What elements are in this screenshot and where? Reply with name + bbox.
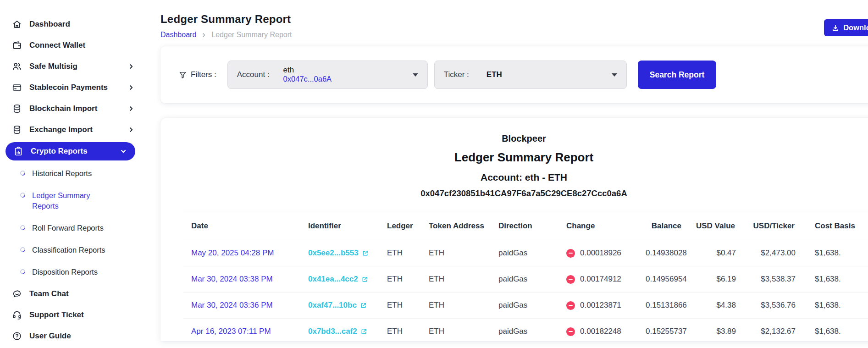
- account-dropdown-value: eth 0x047c...0a6A: [283, 66, 332, 84]
- dropdown-caret-icon: [413, 73, 418, 77]
- sidebar-item-user-guide[interactable]: User Guide: [0, 326, 146, 347]
- identifier-text: 0x5ee2...b553: [308, 249, 359, 258]
- sidebar-subitem-historical-reports[interactable]: Historical Reports: [0, 162, 146, 184]
- cell-date[interactable]: May 20, 2025 04:28 PM: [183, 240, 300, 266]
- database-icon: [12, 104, 22, 114]
- cell-token-address: ETH: [421, 319, 491, 341]
- ring-icon: [19, 192, 26, 199]
- account-address: 0x047c...0a6A: [283, 75, 332, 83]
- filter-bar: Filters : Account : eth 0x047c...0a6A Ti…: [160, 46, 868, 103]
- cell-balance: 0.14956954: [646, 266, 682, 292]
- sidebar-subitem-ledger-summary-reports[interactable]: Ledger Summary Reports: [0, 184, 146, 217]
- sidebar-subitem-label: Historical Reports: [32, 168, 92, 178]
- sidebar: Dashboard Connect Wallet Safe Multisig S…: [0, 0, 146, 348]
- ticker-dropdown-label: Ticker :: [444, 70, 469, 79]
- users-icon: [12, 61, 22, 72]
- sidebar-subitem-label: Roll Forward Reports: [32, 223, 104, 233]
- external-link-icon: [360, 302, 367, 309]
- sidebar-item-label: Safe Multisig: [29, 62, 77, 71]
- sidebar-item-connect-wallet[interactable]: Connect Wallet: [0, 35, 146, 56]
- account-dropdown[interactable]: Account : eth 0x047c...0a6A: [227, 61, 428, 89]
- chevron-right-icon: [127, 63, 135, 70]
- sidebar-item-label: Support Ticket: [29, 310, 84, 320]
- sidebar-subitem-roll-forward-reports[interactable]: Roll Forward Reports: [0, 217, 146, 239]
- external-link-icon: [360, 328, 367, 335]
- change-value: 0.00182248: [580, 327, 621, 336]
- cell-date[interactable]: Apr 16, 2023 07:11 PM: [183, 319, 300, 341]
- identifier-text: 0x41ea...4cc2: [308, 275, 358, 284]
- report-brand: Blockpeer: [160, 133, 868, 144]
- download-button-label: Download: [843, 23, 868, 32]
- cell-usd-ticker: $3,536.76: [736, 293, 796, 318]
- sidebar-item-label: Connect Wallet: [29, 41, 85, 50]
- change-value: 0.00018926: [580, 249, 621, 258]
- change-value: 0.00123871: [580, 301, 621, 310]
- cell-usd-value: $3.89: [682, 319, 736, 341]
- identifier-text: 0xaf47...10bc: [308, 301, 357, 310]
- cell-direction: paidGas: [491, 319, 558, 341]
- cell-token-address: ETH: [421, 240, 491, 266]
- minus-circle-icon: [566, 275, 575, 284]
- report-account-line: Account: eth - ETH: [160, 172, 868, 183]
- cell-identifier-link[interactable]: 0x7bd3...caf2: [300, 319, 379, 341]
- cell-date[interactable]: Mar 30, 2024 03:36 PM: [183, 293, 300, 318]
- breadcrumb-link-dashboard[interactable]: Dashboard: [160, 31, 196, 39]
- cell-usd-value: $4.38: [682, 293, 736, 318]
- sidebar-subitem-disposition-reports[interactable]: Disposition Reports: [0, 261, 146, 283]
- funnel-icon: [179, 71, 187, 79]
- table-row: Mar 30, 2024 03:36 PM 0xaf47...10bc ETH …: [183, 293, 868, 319]
- sidebar-item-label: Exchange Import: [29, 125, 93, 134]
- col-header-cost-basis: Cost Basis: [796, 212, 868, 240]
- sidebar-item-label: Crypto Reports: [31, 147, 88, 156]
- ring-icon: [19, 246, 26, 253]
- cell-change: 0.00182248: [558, 319, 646, 341]
- chevron-right-icon: [127, 126, 135, 133]
- sidebar-item-stablecoin-payments[interactable]: Stablecoin Payments: [0, 77, 146, 98]
- sidebar-item-dashboard[interactable]: Dashboard: [0, 14, 146, 35]
- cell-cost-basis: $1,638.: [796, 240, 868, 266]
- cell-balance: 0.14938028: [646, 240, 682, 266]
- sidebar-item-team-chat[interactable]: Team Chat: [0, 283, 146, 304]
- change-value: 0.00174912: [580, 275, 621, 284]
- wallet-icon: [12, 40, 22, 50]
- cell-date[interactable]: Mar 30, 2024 03:38 PM: [183, 266, 300, 292]
- ticker-value: ETH: [487, 70, 502, 79]
- breadcrumb: Dashboard Ledger Summary Report: [160, 31, 292, 39]
- sidebar-item-exchange-import[interactable]: Exchange Import: [0, 119, 146, 140]
- download-button[interactable]: Download: [824, 19, 868, 36]
- cell-identifier-link[interactable]: 0x41ea...4cc2: [300, 266, 379, 292]
- report-title: Ledger Summary Report: [160, 150, 868, 165]
- database-icon: [12, 125, 22, 135]
- sidebar-item-safe-multisig[interactable]: Safe Multisig: [0, 56, 146, 77]
- main-content: Ledger Summary Report Dashboard Ledger S…: [146, 0, 868, 348]
- filters-label: Filters :: [179, 70, 216, 79]
- identifier-text: 0x7bd3...caf2: [308, 327, 357, 336]
- sidebar-item-support-ticket[interactable]: Support Ticket: [0, 304, 146, 326]
- cell-cost-basis: $1,638.: [796, 319, 868, 341]
- ring-icon: [19, 170, 26, 177]
- sidebar-item-crypto-reports[interactable]: Crypto Reports: [6, 142, 135, 160]
- download-icon: [832, 24, 839, 32]
- chevron-right-icon: [127, 105, 135, 112]
- external-link-icon: [361, 276, 368, 283]
- account-name: eth: [283, 66, 332, 75]
- cell-balance: 0.15131866: [646, 293, 682, 318]
- sidebar-item-label: Dashboard: [29, 20, 70, 29]
- report-header: Blockpeer Ledger Summary Report Account:…: [160, 118, 868, 199]
- col-header-balance: Balance: [646, 212, 682, 240]
- cell-identifier-link[interactable]: 0x5ee2...b553: [300, 240, 379, 266]
- chat-icon: [12, 289, 22, 299]
- chevron-right-icon: [127, 84, 135, 91]
- minus-circle-icon: [566, 327, 575, 336]
- cell-direction: paidGas: [491, 266, 558, 292]
- headset-icon: [12, 310, 22, 320]
- ticker-dropdown[interactable]: Ticker : ETH: [434, 61, 627, 89]
- col-header-identifier: Identifier: [300, 212, 379, 240]
- home-icon: [12, 19, 22, 29]
- cell-identifier-link[interactable]: 0xaf47...10bc: [300, 293, 379, 318]
- sidebar-item-blockchain-import[interactable]: Blockchain Import: [0, 98, 146, 119]
- external-link-icon: [362, 250, 369, 257]
- sidebar-subitem-classification-reports[interactable]: Classification Reports: [0, 239, 146, 261]
- search-report-button[interactable]: Search Report: [638, 61, 717, 89]
- ring-icon: [19, 268, 26, 275]
